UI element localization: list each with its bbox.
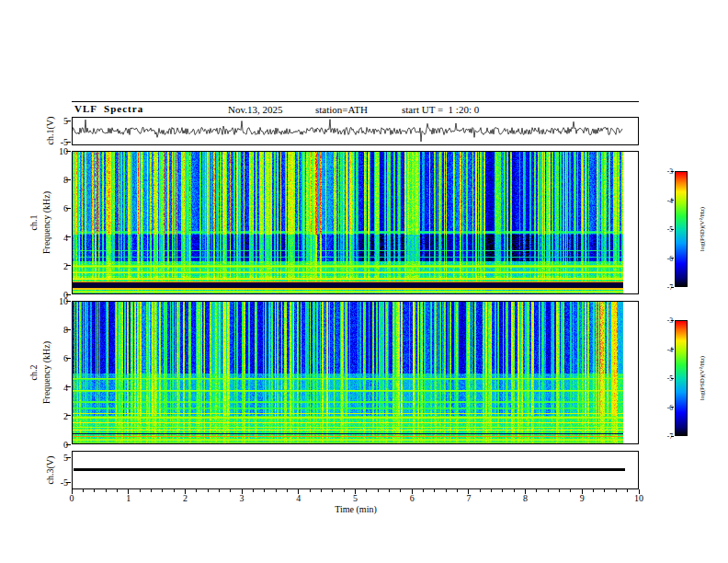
time-minor-tick [106,489,107,492]
ch2-spectrogram [73,302,638,443]
time-minor-tick [310,489,311,492]
time-minor-tick [174,489,175,492]
ch1-waveform-panel [72,117,639,145]
time-minor-tick [616,489,617,492]
time-axis-label: Time (min) [335,504,376,514]
colorbar-tick-mark [671,378,674,379]
ch2-spec-ylabel-channel: ch.2 [28,365,39,381]
time-minor-tick [208,489,209,492]
ch2-spec-ylabel-axis: Frequency (kHz) [41,341,51,404]
ch1-spec-ylabel-axis: Frequency (kHz) [41,191,51,254]
ch3-volt-tick-mark [66,482,71,483]
time-tick-label: 5 [353,493,358,503]
time-minor-tick [378,489,379,492]
ch3-waveform-panel [72,451,639,489]
freq-tick-mark [66,151,71,152]
time-tick-mark [355,489,356,494]
time-minor-tick [593,489,594,492]
time-tick-label: 2 [183,493,188,503]
time-minor-tick [83,489,84,492]
time-tick-label: 8 [523,493,528,503]
time-tick-mark [412,489,413,494]
colorbar-tick-mark [671,436,674,437]
time-minor-tick [344,489,345,492]
colorbar-tick-mark [671,287,674,288]
time-minor-tick [389,489,390,492]
vlf-spectra-figure: VLF Spectra Nov.13, 2025 station=ATH sta… [0,0,728,563]
time-tick-mark [185,489,186,494]
time-minor-tick [287,489,288,492]
time-minor-tick [536,489,537,492]
time-minor-tick [276,489,277,492]
time-tick-label: 0 [70,493,74,503]
time-minor-tick [219,489,220,492]
time-minor-tick [548,489,549,492]
time-minor-tick [400,489,401,492]
freq-tick-mark [66,265,71,266]
ch1-spectrogram-panel [72,151,639,294]
header-date: Nov.13, 2025 [228,104,282,115]
ch3-volt-tick-mark [66,457,71,458]
time-tick-label: 9 [580,493,585,503]
header-rule [72,101,639,102]
colorbar-tick-mark [671,407,674,408]
time-minor-tick [570,489,571,492]
ch1-volt-tick-mark [66,142,71,143]
time-minor-tick [559,489,560,492]
time-tick-mark [582,489,583,494]
time-tick-label: 10 [634,493,643,503]
time-tick-mark [242,489,243,494]
colorbar-ch2-label: log(PSD)(V²/Hz) [699,356,706,400]
ch2-spectrogram-panel [72,301,639,444]
time-tick-label: 1 [126,493,131,503]
colorbar-tick-mark [671,320,674,321]
time-minor-tick [196,489,197,492]
header-start-ut: start UT = 1 :20: 0 [402,104,479,115]
time-minor-tick [332,489,333,492]
time-tick-label: 7 [466,493,471,503]
ch3-wave-ylabel: ch.3(V) [45,456,55,485]
freq-tick-mark [66,329,71,330]
time-tick-mark [298,489,299,494]
time-minor-tick [480,489,481,492]
colorbar-tick-mark [671,229,674,230]
freq-tick-mark [66,208,71,209]
ch1-waveform-trace [73,118,638,144]
time-minor-tick [423,489,424,492]
time-minor-tick [264,489,265,492]
freq-tick-mark [66,236,71,237]
time-minor-tick [366,489,367,492]
freq-tick-mark [66,386,71,387]
time-minor-tick [604,489,605,492]
time-minor-tick [94,489,95,492]
time-minor-tick [151,489,152,492]
freq-tick-mark [66,358,71,359]
colorbar-ch2-gradient [676,321,687,435]
time-tick-label: 3 [240,493,245,503]
ch3-flat-line [74,468,625,471]
time-minor-tick [627,489,628,492]
colorbar-ch1 [675,171,688,287]
time-minor-tick [446,489,447,492]
colorbar-tick-mark [671,349,674,350]
header-station: station=ATH [315,104,368,115]
ch1-spec-ylabel-channel: ch.1 [28,215,39,231]
time-minor-tick [162,489,163,492]
time-tick-mark [128,489,129,494]
freq-tick-mark [66,179,71,180]
time-minor-tick [230,489,231,492]
time-minor-tick [434,489,435,492]
time-tick-label: 6 [410,493,415,503]
time-tick-mark [639,489,640,494]
freq-tick-mark [66,301,71,302]
ch1-volt-tick-mark [66,121,71,121]
colorbar-ch2 [675,320,688,436]
colorbar-tick-mark [671,258,674,259]
time-minor-tick [457,489,458,492]
time-tick-mark [525,489,526,494]
colorbar-tick-mark [671,200,674,201]
time-tick-mark [468,489,469,494]
freq-tick-mark [66,294,71,295]
colorbar-tick-mark [671,171,674,172]
freq-tick-mark [66,444,71,445]
